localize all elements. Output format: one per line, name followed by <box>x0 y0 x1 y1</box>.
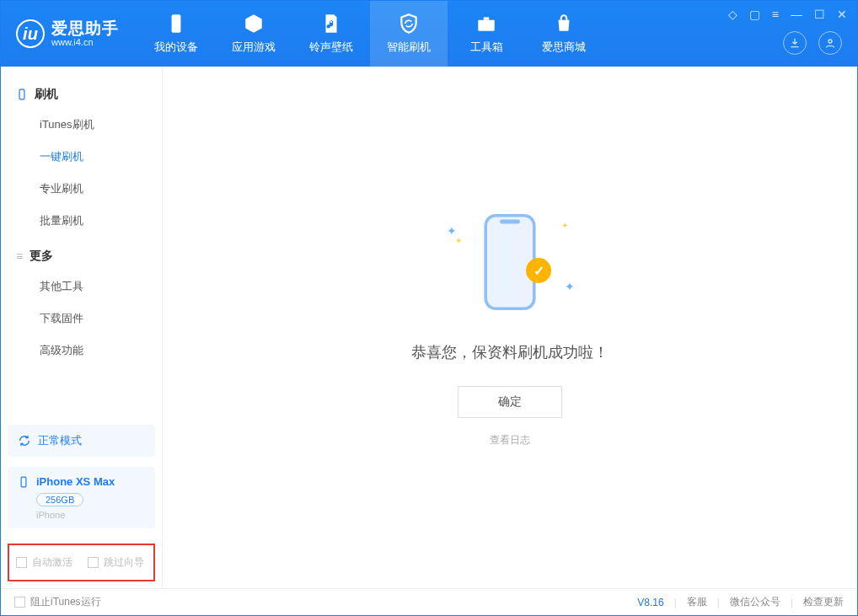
checkbox-skip-guide[interactable]: 跳过向导 <box>88 555 144 570</box>
sidebar-item-advanced[interactable]: 高级功能 <box>1 335 162 367</box>
list-icon: ≡ <box>16 249 23 263</box>
phone-outline-icon <box>16 88 28 100</box>
ok-button[interactable]: 确定 <box>458 386 562 418</box>
success-illustration: ✦ ✦ ✦ ✦ ✓ <box>447 207 573 317</box>
briefcase-icon <box>475 13 497 35</box>
svg-rect-5 <box>21 477 26 487</box>
tab-my-device[interactable]: 我的设备 <box>137 1 215 67</box>
version-label: V8.16 <box>637 597 663 608</box>
device-type: iPhone <box>36 510 145 520</box>
footer-right: V8.16 | 客服 | 微信公众号 | 检查更新 <box>637 595 844 609</box>
wechat-link[interactable]: 微信公众号 <box>730 595 780 609</box>
app-window: iu 爱思助手 www.i4.cn 我的设备 应用游戏 铃声壁纸 智能刷机 <box>0 0 858 616</box>
svg-rect-7 <box>500 220 520 224</box>
success-message: 恭喜您，保资料刷机成功啦！ <box>411 342 609 362</box>
account-button[interactable] <box>818 31 842 55</box>
svg-rect-6 <box>485 216 534 308</box>
sidebar-item-oneclick[interactable]: 一键刷机 <box>1 141 162 173</box>
nav-tabs: 我的设备 应用游戏 铃声壁纸 智能刷机 工具箱 爱思商城 <box>137 1 603 67</box>
feedback-icon[interactable]: ▢ <box>749 8 760 21</box>
device-name: iPhone XS Max <box>36 475 115 488</box>
cube-icon <box>243 13 265 35</box>
sync-shield-icon <box>398 13 420 35</box>
window-controls: ◇ ▢ ≡ ― ☐ ✕ <box>728 8 847 21</box>
view-log-link[interactable]: 查看日志 <box>490 433 530 447</box>
brand-name: 爱思助手 <box>51 20 119 38</box>
tab-smart-flash[interactable]: 智能刷机 <box>370 1 448 67</box>
checkbox-icon <box>16 557 27 568</box>
tab-toolbox[interactable]: 工具箱 <box>448 1 525 67</box>
sidebar-item-itunes[interactable]: iTunes刷机 <box>1 109 162 141</box>
tab-apps[interactable]: 应用游戏 <box>215 1 292 67</box>
body: 刷机 iTunes刷机 一键刷机 专业刷机 批量刷机 ≡ 更多 其他工具 下载固… <box>1 67 857 588</box>
brand-url: www.i4.cn <box>51 38 119 47</box>
main-content: ✦ ✦ ✦ ✦ ✓ 恭喜您，保资料刷机成功啦！ 确定 查看日志 <box>163 67 857 588</box>
minimize-button[interactable]: ― <box>791 8 802 21</box>
svg-rect-4 <box>19 89 24 99</box>
sidebar: 刷机 iTunes刷机 一键刷机 专业刷机 批量刷机 ≡ 更多 其他工具 下载固… <box>1 67 163 588</box>
mode-label: 正常模式 <box>38 433 82 448</box>
svg-rect-0 <box>172 14 181 33</box>
device-icon <box>18 476 29 488</box>
download-icon <box>788 36 802 50</box>
sidebar-category-flash: 刷机 <box>1 75 162 109</box>
highlighted-options: 自动激活 跳过向导 <box>8 544 155 581</box>
sidebar-item-other[interactable]: 其他工具 <box>1 271 162 303</box>
checkbox-icon <box>14 597 25 608</box>
check-badge-icon: ✓ <box>526 258 551 283</box>
svg-rect-2 <box>484 17 490 19</box>
logo[interactable]: iu 爱思助手 www.i4.cn <box>1 1 137 67</box>
sidebar-item-firmware[interactable]: 下载固件 <box>1 303 162 335</box>
checkbox-block-itunes[interactable]: 阻止iTunes运行 <box>14 595 101 609</box>
sparkle-icon: ✦ <box>565 280 575 293</box>
bag-icon <box>553 13 575 35</box>
sidebar-list: 刷机 iTunes刷机 一键刷机 专业刷机 批量刷机 ≡ 更多 其他工具 下载固… <box>1 67 162 367</box>
device-box[interactable]: iPhone XS Max 256GB iPhone <box>8 467 155 528</box>
logo-icon: iu <box>16 19 45 48</box>
user-icon <box>823 36 837 50</box>
refresh-icon <box>18 434 31 447</box>
sidebar-item-pro[interactable]: 专业刷机 <box>1 173 162 205</box>
footer: 阻止iTunes运行 V8.16 | 客服 | 微信公众号 | 检查更新 <box>1 588 857 615</box>
close-button[interactable]: ✕ <box>837 8 847 21</box>
sparkle-icon: ✦ <box>561 221 568 230</box>
check-update-link[interactable]: 检查更新 <box>803 595 844 609</box>
svg-rect-1 <box>478 20 495 31</box>
checkbox-auto-activate[interactable]: 自动激活 <box>16 555 72 570</box>
tab-store[interactable]: 爱思商城 <box>525 1 603 67</box>
download-button[interactable] <box>783 31 807 55</box>
support-link[interactable]: 客服 <box>687 595 707 609</box>
phone-icon <box>165 13 187 35</box>
shirt-icon[interactable]: ◇ <box>728 8 737 21</box>
tab-ringtones[interactable]: 铃声壁纸 <box>292 1 370 67</box>
maximize-button[interactable]: ☐ <box>814 8 825 21</box>
music-file-icon <box>320 13 342 35</box>
header-actions <box>783 31 842 55</box>
mode-box[interactable]: 正常模式 <box>8 425 155 457</box>
header: iu 爱思助手 www.i4.cn 我的设备 应用游戏 铃声壁纸 智能刷机 <box>1 1 857 67</box>
checkbox-icon <box>88 557 99 568</box>
menu-icon[interactable]: ≡ <box>772 8 779 21</box>
storage-badge: 256GB <box>36 493 83 506</box>
sidebar-category-more: ≡ 更多 <box>1 237 162 271</box>
sidebar-item-batch[interactable]: 批量刷机 <box>1 205 162 237</box>
svg-point-3 <box>829 40 832 43</box>
sparkle-icon: ✦ <box>455 236 462 245</box>
